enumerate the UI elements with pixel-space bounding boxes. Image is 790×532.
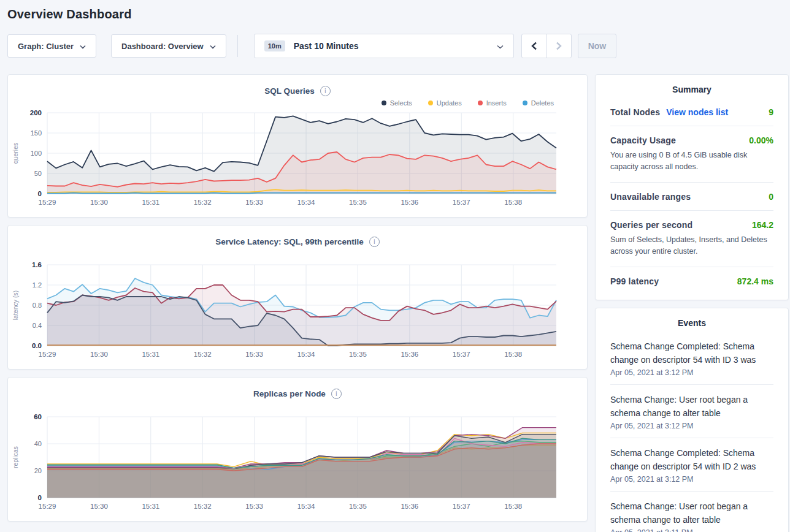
p99-latency-label: P99 latency — [610, 276, 659, 286]
chart-title: SQL Queries — [264, 86, 315, 96]
svg-text:100: 100 — [31, 150, 42, 157]
summary-row-total-nodes: Total Nodes View nodes list 9 — [610, 98, 773, 126]
svg-text:15:29: 15:29 — [39, 351, 56, 358]
time-step-buttons — [521, 34, 572, 58]
overview-dashboard-page: Overview Dashboard Graph: Cluster Dashbo… — [0, 0, 790, 532]
event-message: Schema Change Completed: Schema change o… — [610, 446, 773, 473]
legend-item-selects[interactable]: Selects — [382, 99, 412, 107]
event-timestamp: Apr 05, 2021 at 3:12 PM — [610, 475, 773, 484]
svg-text:15:37: 15:37 — [453, 351, 470, 358]
svg-text:15:34: 15:34 — [297, 503, 315, 510]
svg-text:15:33: 15:33 — [245, 503, 263, 510]
event-timestamp: Apr 05, 2021 at 3:11 PM — [610, 528, 773, 532]
summary-title: Summary — [610, 75, 773, 98]
time-range-dropdown[interactable]: 10m Past 10 Minutes — [254, 34, 514, 58]
svg-text:15:32: 15:32 — [194, 199, 212, 206]
svg-text:latency (s): latency (s) — [12, 291, 19, 320]
now-button[interactable]: Now — [578, 34, 617, 58]
chevron-down-icon — [497, 40, 504, 51]
p99-latency-value: 872.4 ms — [737, 276, 773, 286]
legend-item-inserts[interactable]: Inserts — [478, 99, 507, 107]
replicas-per-node-panel: Replicas per Node i 15:2915:3015:3115:32… — [7, 377, 588, 522]
svg-text:15:31: 15:31 — [142, 503, 159, 510]
queries-per-second-value: 164.2 — [752, 220, 773, 230]
legend-dot — [428, 101, 433, 105]
controls-divider — [237, 35, 238, 57]
view-nodes-list-link[interactable]: View nodes list — [666, 107, 728, 117]
events-title: Events — [610, 308, 773, 332]
events-panel: Events Schema Change Completed: Schema c… — [595, 308, 789, 532]
event-timestamp: Apr 05, 2021 at 3:12 PM — [610, 368, 773, 377]
svg-text:40: 40 — [34, 440, 42, 447]
total-nodes-label: Total Nodes — [610, 107, 660, 117]
svg-text:200: 200 — [30, 109, 42, 116]
event-message: Schema Change: User root began a schema … — [610, 500, 773, 526]
legend-dot — [523, 101, 527, 105]
summary-panel: Summary Total Nodes View nodes list 9 Ca… — [595, 74, 789, 300]
svg-text:15:36: 15:36 — [401, 503, 418, 510]
summary-row-qps: Queries per second 164.2 Sum of Selects,… — [610, 211, 773, 267]
svg-text:15:29: 15:29 — [39, 503, 56, 510]
chart-legend: SelectsUpdatesInsertsDeletes — [8, 97, 587, 109]
svg-text:15:32: 15:32 — [194, 503, 212, 510]
dashboard-controls: Graph: Cluster Dashboard: Overview 10m P… — [7, 34, 789, 58]
svg-text:150: 150 — [31, 129, 42, 137]
svg-text:15:34: 15:34 — [297, 199, 315, 206]
event-item: Schema Change: User root began a schema … — [610, 385, 773, 438]
svg-text:15:32: 15:32 — [194, 351, 212, 358]
svg-text:15:31: 15:31 — [142, 199, 159, 206]
svg-text:0.4: 0.4 — [33, 322, 42, 329]
legend-dot — [478, 101, 483, 105]
graph-dropdown[interactable]: Graph: Cluster — [7, 34, 96, 58]
svg-text:15:33: 15:33 — [245, 351, 263, 358]
svg-text:20: 20 — [34, 467, 42, 474]
service-latency-panel: Service Latency: SQL, 99th percentile i … — [7, 225, 588, 370]
svg-text:15:31: 15:31 — [142, 351, 159, 358]
event-item: Schema Change: User root began a schema … — [610, 492, 773, 532]
chart-title: Replicas per Node — [253, 389, 326, 398]
info-icon[interactable]: i — [331, 389, 342, 399]
svg-text:15:38: 15:38 — [504, 199, 522, 206]
sql-queries-chart: 15:2915:3015:3115:3215:3315:3415:3515:36… — [8, 109, 587, 211]
svg-text:15:34: 15:34 — [297, 351, 315, 358]
svg-text:0: 0 — [38, 190, 42, 197]
event-item: Schema Change Completed: Schema change o… — [610, 332, 773, 385]
svg-text:1.2: 1.2 — [33, 281, 42, 289]
queries-per-second-description: Sum of Selects, Updates, Inserts, and De… — [610, 234, 773, 258]
unavailable-ranges-label: Unavailable ranges — [610, 192, 691, 202]
svg-text:15:30: 15:30 — [90, 351, 108, 358]
svg-text:15:30: 15:30 — [90, 199, 108, 206]
next-time-button[interactable] — [546, 34, 571, 58]
event-item: Schema Change Completed: Schema change o… — [610, 438, 773, 492]
info-icon[interactable]: i — [369, 237, 380, 247]
event-message: Schema Change: User root began a schema … — [610, 393, 773, 420]
legend-item-deletes[interactable]: Deletes — [523, 99, 554, 107]
svg-text:15:37: 15:37 — [453, 199, 470, 206]
svg-text:15:29: 15:29 — [39, 199, 56, 206]
prev-time-button[interactable] — [522, 34, 546, 58]
capacity-usage-value: 0.00% — [749, 135, 773, 145]
svg-text:0.0: 0.0 — [32, 342, 42, 349]
svg-text:replicas: replicas — [12, 446, 19, 468]
svg-text:60: 60 — [34, 413, 42, 420]
unavailable-ranges-value: 0 — [769, 192, 773, 202]
chevron-down-icon — [210, 42, 216, 51]
chevron-down-icon — [80, 42, 86, 51]
svg-text:50: 50 — [34, 170, 42, 177]
svg-text:0: 0 — [38, 494, 42, 501]
svg-text:0.8: 0.8 — [33, 302, 42, 309]
page-title: Overview Dashboard — [7, 7, 789, 21]
replicas-per-node-chart: 15:2915:3015:3115:3215:3315:3415:3515:36… — [8, 413, 587, 515]
service-latency-chart: 15:2915:3015:3115:3215:3315:3415:3515:36… — [8, 261, 587, 363]
svg-text:15:36: 15:36 — [401, 199, 418, 206]
capacity-usage-description: You are using 0 B of 4.5 GiB usable disk… — [610, 150, 773, 173]
svg-text:15:35: 15:35 — [349, 351, 367, 358]
legend-dot — [382, 101, 386, 105]
info-icon[interactable]: i — [320, 86, 331, 96]
svg-text:queries: queries — [12, 143, 19, 164]
total-nodes-value: 9 — [769, 107, 773, 117]
summary-row-unavailable: Unavailable ranges 0 — [610, 183, 773, 211]
svg-text:15:36: 15:36 — [401, 351, 418, 358]
legend-item-updates[interactable]: Updates — [428, 99, 462, 107]
dashboard-dropdown[interactable]: Dashboard: Overview — [111, 34, 226, 58]
